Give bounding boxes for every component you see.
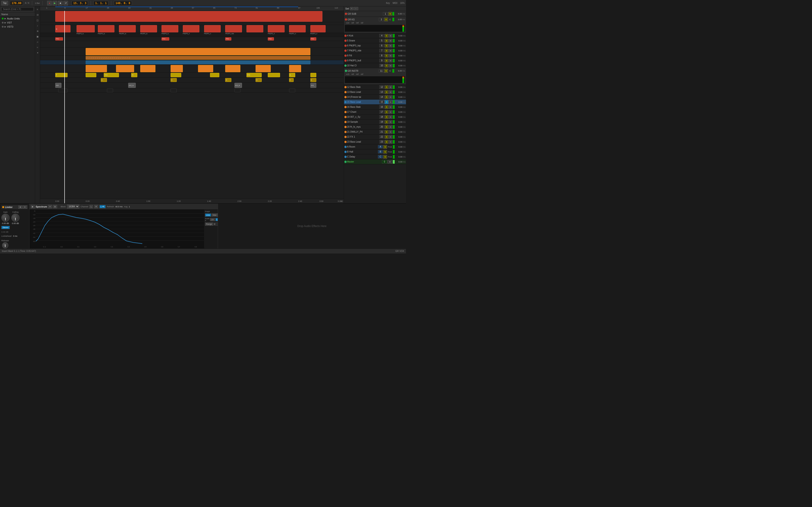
clip-drum-13[interactable]	[310, 25, 325, 33]
max-btn[interactable]: Max	[212, 214, 218, 217]
clip-drum-8[interactable]	[204, 25, 221, 33]
gr-ks-s-btn[interactable]: S	[384, 18, 388, 21]
session-icon[interactable]: ≡	[36, 7, 40, 11]
clip-blue-track[interactable]	[86, 60, 310, 64]
instrument-icon[interactable]: ♪	[36, 23, 40, 27]
fh-fx-s[interactable]: S	[385, 125, 388, 129]
clip-d-3[interactable]: D	[225, 78, 231, 82]
b-hall-num[interactable]: B	[378, 150, 383, 154]
arrangement-icon[interactable]: ⊟	[36, 13, 40, 17]
dwilly-m[interactable]: ⊕	[389, 130, 392, 134]
log-btn[interactable]: Log	[215, 218, 218, 221]
chant-fader[interactable]	[393, 110, 395, 114]
pmjp3-top-fader[interactable]	[393, 44, 395, 48]
bass-lead-15-m[interactable]: ⊕	[389, 100, 392, 104]
sidebar-item-vst3[interactable]: ▶ VST3	[0, 25, 35, 29]
master-fader[interactable]	[393, 160, 395, 164]
clip-drum-5[interactable]	[140, 25, 157, 33]
clip-d-1[interactable]: D	[101, 78, 107, 82]
sample-m[interactable]: ⊕	[389, 120, 392, 124]
pmjp3-top-m[interactable]: ⊕	[389, 44, 392, 48]
clip-pmj-2[interactable]: PMJ	[161, 37, 169, 41]
clip-orange-1[interactable]	[86, 65, 107, 72]
clip-pmj-4[interactable]: PMJ	[268, 37, 274, 41]
mix-icon[interactable]: ≈	[36, 45, 40, 49]
browser-icon[interactable]: ◫	[36, 18, 40, 22]
sidebar-item-audio-units[interactable]: ▶ Audio Units	[0, 16, 35, 20]
bass-stab-num[interactable]: 12	[379, 85, 384, 89]
clip-drum-3[interactable]	[98, 25, 115, 33]
block-select[interactable]: 16384	[67, 205, 79, 209]
clip-pmj-1[interactable]: PMJ	[55, 37, 63, 41]
bass-stab-16-m[interactable]: ⊕	[389, 105, 392, 109]
clip-d-6[interactable]: D	[310, 78, 316, 82]
clip-icon[interactable]: ▣	[36, 35, 40, 39]
clip-d-5[interactable]: ft	[289, 78, 294, 82]
clip-orange-4[interactable]	[170, 65, 183, 72]
clip-drum-10[interactable]	[247, 25, 263, 33]
freeze-tai-fader[interactable]	[393, 95, 395, 99]
clip-yellow-9[interactable]: ft	[289, 73, 295, 77]
b-hall-s[interactable]: S	[383, 150, 387, 154]
clip-drum-7[interactable]	[183, 25, 200, 33]
bass-lead-23-s[interactable]: S	[385, 140, 388, 144]
clip-015-1[interactable]: 015	[55, 83, 61, 88]
sample-s[interactable]: S	[385, 120, 388, 124]
clip-bass-line[interactable]: cf cf cf cf cf cf cf cf cf cf cf cf cf c…	[86, 56, 310, 60]
dwilly-fader[interactable]	[393, 130, 395, 134]
clip-d-2[interactable]: D	[170, 78, 177, 82]
clip-pmj-5[interactable]: PMJ	[310, 37, 316, 41]
clip-orange-7[interactable]	[256, 65, 271, 72]
kick-fader[interactable]	[393, 34, 395, 38]
clip-bracket-4[interactable]	[235, 89, 241, 92]
bass-lead-15-s[interactable]: S	[385, 100, 388, 104]
bass-lead-13-s[interactable]: S	[385, 90, 388, 94]
fill-m[interactable]: ⊕	[389, 54, 392, 57]
bass-lead-15-fader[interactable]	[393, 100, 395, 104]
clip-drum-9[interactable]	[225, 25, 242, 33]
pmjp3-ride-s[interactable]: S	[385, 49, 388, 53]
bass-lead-23-num[interactable]: 23	[379, 140, 384, 144]
a-room-fader[interactable]	[393, 145, 395, 149]
spectrum-expand-btn[interactable]: ⊞	[53, 205, 57, 208]
clip-orange-6[interactable]	[225, 65, 240, 72]
kick-s[interactable]: S	[385, 34, 388, 38]
bass-lead-23-m[interactable]: ⊕	[389, 140, 392, 144]
kick-num[interactable]: 4	[379, 34, 384, 37]
fx1-m[interactable]: ⊕	[389, 135, 392, 139]
c-sy-m[interactable]: ⊕	[389, 115, 392, 119]
range-btn[interactable]: Range	[205, 223, 213, 226]
clip-bracket-1[interactable]	[58, 89, 67, 92]
clip-red-master[interactable]	[55, 11, 322, 22]
snare-s[interactable]: S	[385, 39, 388, 43]
snare-fader[interactable]	[393, 39, 395, 43]
play-button[interactable]: ▶	[53, 1, 57, 5]
fill-num[interactable]: 8	[379, 54, 384, 57]
fill-fader[interactable]	[393, 54, 395, 57]
pmjp3-ride-num[interactable]: 7	[379, 49, 384, 52]
bass-stab-s[interactable]: S	[385, 85, 388, 89]
loop-button[interactable]: ↺	[63, 1, 68, 5]
lin-btn[interactable]: Lin	[210, 218, 215, 221]
sample-num[interactable]: 19	[379, 120, 384, 124]
limiter-bypass-btn[interactable]: ⊗	[18, 206, 22, 209]
options-icon[interactable]: ✦	[36, 51, 40, 55]
spectrum-play-btn[interactable]: ▶	[31, 205, 35, 208]
sidebar-item-vst[interactable]: ▶ VST	[0, 20, 35, 25]
clip-bracket-5[interactable]	[289, 89, 295, 92]
effect-icon[interactable]: ⊕	[36, 29, 40, 33]
dwilly-num[interactable]: 21	[379, 130, 384, 133]
master-num2[interactable]: 0	[388, 160, 392, 164]
bass-lead-13-fader[interactable]	[393, 90, 395, 94]
gr-sub-fader[interactable]	[392, 12, 394, 16]
dwilly-s[interactable]: S	[385, 130, 388, 134]
fx1-fader[interactable]	[393, 135, 395, 139]
line-btn[interactable]: Line	[205, 214, 211, 217]
hat-cl-m[interactable]: ⊕	[389, 64, 392, 67]
chant-m[interactable]: ⊕	[389, 110, 392, 114]
fh-fx-m[interactable]: ⊕	[389, 125, 392, 129]
clip-yellow-7[interactable]: Pf ft	[247, 73, 262, 77]
pmjp3-bull-m[interactable]: ⊕	[389, 59, 392, 62]
release-knob[interactable]	[2, 242, 8, 248]
snare-m[interactable]: ⊕	[389, 39, 392, 43]
